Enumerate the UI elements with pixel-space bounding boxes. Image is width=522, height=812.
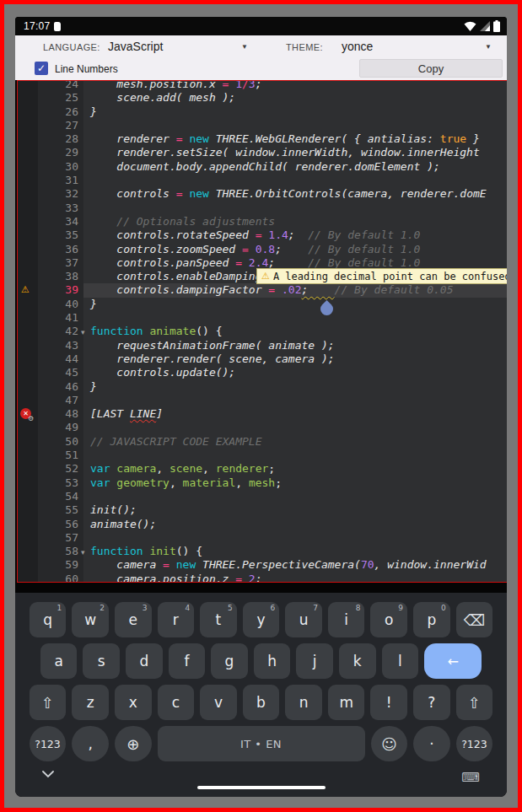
code-line[interactable]: 51 bbox=[18, 449, 507, 462]
language-dropdown-arrow-icon[interactable]: ▼ bbox=[241, 43, 248, 51]
key-l[interactable]: l bbox=[382, 643, 419, 679]
code-line[interactable]: 35 controls.rotateSpeed = 1.4; // By def… bbox=[18, 229, 507, 242]
code-text[interactable]: init(); bbox=[83, 503, 507, 517]
code-text[interactable]: renderer = new THREE.WebGLRenderer( { an… bbox=[83, 132, 507, 146]
key-globe[interactable]: ⊕ bbox=[115, 726, 152, 761]
key-z[interactable]: z bbox=[72, 685, 109, 720]
code-line[interactable]: 32 controls = new THREE.OrbitControls(ca… bbox=[18, 187, 507, 201]
code-line[interactable]: 40} bbox=[18, 298, 507, 311]
key-k[interactable]: k bbox=[339, 643, 376, 679]
gutter-warning-icon[interactable]: ⚠ bbox=[21, 285, 30, 295]
code-text[interactable]: camera = new THREE.PerspectiveCamera(70,… bbox=[83, 558, 507, 572]
key-shift-right[interactable]: ⇧ bbox=[456, 685, 493, 720]
code-line[interactable]: 59 camera = new THREE.PerspectiveCamera(… bbox=[18, 558, 507, 572]
code-text[interactable]: mesh.position.x = 1/3; bbox=[83, 80, 507, 91]
key-a[interactable]: a bbox=[40, 643, 78, 679]
code-line[interactable]: 57 bbox=[18, 531, 507, 545]
code-text[interactable]: scene.add( mesh ); bbox=[83, 91, 507, 105]
code-line[interactable]: 28 renderer = new THREE.WebGLRenderer( {… bbox=[18, 132, 507, 146]
code-text[interactable] bbox=[83, 421, 507, 434]
key-s[interactable]: s bbox=[83, 643, 120, 679]
line-numbers-checkbox[interactable]: ✓ bbox=[35, 62, 48, 75]
key-d[interactable]: d bbox=[126, 643, 163, 679]
code-editor[interactable]: 24 mesh.position.x = 1/3;25 scene.add( m… bbox=[17, 80, 507, 583]
code-text[interactable]: ▾function animate() { bbox=[83, 325, 507, 338]
code-line[interactable]: 25 scene.add( mesh ); bbox=[18, 91, 507, 105]
key-c[interactable]: c bbox=[158, 685, 195, 720]
key-e[interactable]: e3 bbox=[115, 602, 152, 637]
fold-arrow-icon[interactable]: ▾ bbox=[81, 325, 85, 339]
code-text[interactable]: controls.dampingFactor = .02; // By defa… bbox=[83, 283, 507, 297]
code-text[interactable]: controls.zoomSpeed = 0.8; // By default … bbox=[83, 243, 507, 256]
theme-dropdown-arrow-icon[interactable]: ▼ bbox=[485, 43, 492, 51]
language-select[interactable]: JavaScript bbox=[108, 40, 163, 53]
code-line[interactable]: 49 bbox=[18, 421, 507, 434]
key-v[interactable]: v bbox=[200, 685, 237, 720]
code-text[interactable] bbox=[83, 490, 507, 503]
code-text[interactable]: camera.position.z = 2; bbox=[83, 573, 507, 583]
code-text[interactable]: var camera, scene, renderer; bbox=[83, 462, 507, 476]
code-line[interactable]: 24 mesh.position.x = 1/3; bbox=[18, 80, 507, 91]
code-line[interactable]: 45 controls.update(); bbox=[18, 366, 507, 379]
code-text[interactable]: } bbox=[83, 380, 507, 394]
key-comma[interactable]: , bbox=[72, 726, 109, 761]
code-line[interactable]: 33 bbox=[18, 202, 507, 215]
code-line[interactable]: 54 bbox=[18, 490, 507, 503]
code-text[interactable] bbox=[83, 311, 507, 325]
code-line[interactable]: 46} bbox=[18, 380, 507, 394]
code-line[interactable]: ✕⚙48[LAST LINE] bbox=[18, 407, 507, 421]
key-shift-left[interactable]: ⇧ bbox=[30, 685, 67, 720]
code-text[interactable] bbox=[83, 202, 507, 215]
key-question[interactable]: ? bbox=[413, 685, 450, 720]
key-backspace[interactable]: ⌫ bbox=[456, 602, 493, 637]
code-line[interactable]: 42▾function animate() { bbox=[18, 325, 507, 338]
code-line[interactable]: 27 bbox=[18, 119, 507, 132]
code-text[interactable]: document.body.appendChild( renderer.domE… bbox=[83, 160, 507, 174]
code-line[interactable]: 31 bbox=[18, 174, 507, 187]
code-line[interactable]: 52var camera, scene, renderer; bbox=[18, 462, 507, 476]
key-f[interactable]: f bbox=[169, 643, 206, 679]
code-line[interactable]: 41 bbox=[18, 311, 507, 325]
code-text[interactable]: } bbox=[83, 105, 507, 119]
code-line[interactable]: 29 renderer.setSize( window.innerWidth, … bbox=[18, 146, 507, 159]
code-text[interactable] bbox=[83, 394, 507, 407]
key-q[interactable]: q1 bbox=[30, 602, 67, 637]
key-p[interactable]: p0 bbox=[413, 602, 450, 637]
key-exclamation[interactable]: ! bbox=[370, 685, 407, 720]
code-text[interactable]: var geometry, material, mesh; bbox=[83, 476, 507, 490]
code-line[interactable]: 55init(); bbox=[18, 503, 507, 517]
code-line[interactable]: 26} bbox=[18, 105, 507, 119]
key-b[interactable]: b bbox=[243, 685, 280, 720]
code-line[interactable]: 47 bbox=[18, 394, 507, 407]
code-text[interactable]: [LAST LINE] bbox=[83, 407, 507, 421]
code-line[interactable]: 30 document.body.appendChild( renderer.d… bbox=[18, 160, 507, 174]
code-text[interactable] bbox=[83, 119, 507, 132]
key-symbols-right[interactable]: ?123 bbox=[456, 726, 493, 761]
code-text[interactable]: } bbox=[83, 298, 507, 311]
key-t[interactable]: t5 bbox=[200, 602, 237, 637]
code-line[interactable]: 43 requestAnimationFrame( animate ); bbox=[18, 339, 507, 352]
key-h[interactable]: h bbox=[254, 643, 291, 679]
key-j[interactable]: j bbox=[296, 643, 333, 679]
key-m[interactable]: m bbox=[328, 685, 365, 720]
hide-keyboard-chevron-icon[interactable] bbox=[42, 771, 54, 778]
key-w[interactable]: w2 bbox=[72, 602, 109, 637]
code-line[interactable]: 60 camera.position.z = 2; bbox=[18, 573, 507, 583]
key-spacebar[interactable]: IT • EN bbox=[158, 726, 365, 761]
code-line[interactable]: 50// JAVASCRIPT CODE EXAMPLE bbox=[18, 435, 507, 449]
code-text[interactable] bbox=[83, 174, 507, 187]
key-o[interactable]: o9 bbox=[370, 602, 407, 637]
key-n[interactable]: n bbox=[285, 685, 322, 720]
code-text[interactable]: controls.rotateSpeed = 1.4; // By defaul… bbox=[83, 229, 507, 242]
key-y[interactable]: y6 bbox=[243, 602, 280, 637]
keyboard-switcher-icon[interactable]: ⌨ bbox=[461, 770, 480, 785]
key-r[interactable]: r4 bbox=[158, 602, 195, 637]
code-text[interactable] bbox=[83, 449, 507, 462]
key-i[interactable]: i8 bbox=[328, 602, 365, 637]
code-line[interactable]: 56animate(); bbox=[18, 518, 507, 531]
code-text[interactable]: controls = new THREE.OrbitControls(camer… bbox=[83, 187, 507, 201]
code-text[interactable]: renderer.render( scene, camera ); bbox=[83, 352, 507, 366]
fold-arrow-icon[interactable]: ▾ bbox=[81, 546, 85, 559]
key-emoji[interactable]: ☺ bbox=[371, 726, 408, 761]
key-x[interactable]: x bbox=[115, 685, 152, 720]
